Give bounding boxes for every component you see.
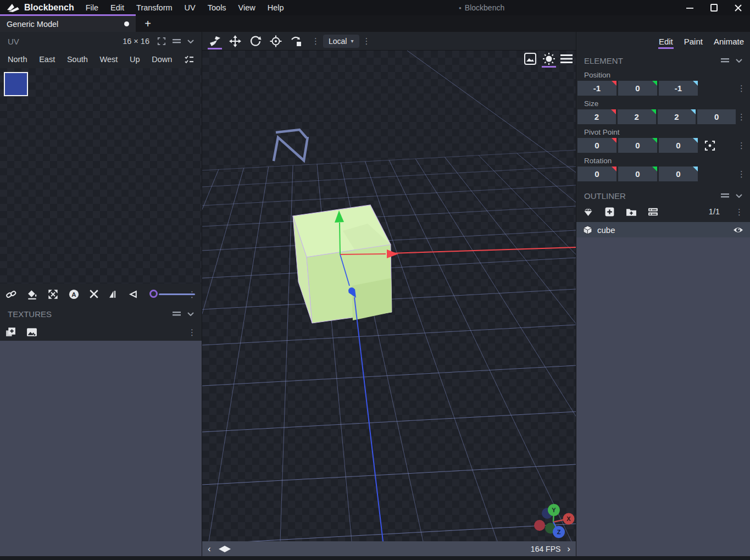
fullscreen-icon[interactable]	[157, 37, 166, 46]
size-y-field[interactable]: 2	[618, 109, 656, 124]
uv-checklist-icon[interactable]	[184, 55, 194, 64]
textures-toolbar-menu-icon[interactable]: ⋮	[188, 328, 196, 336]
position-z-field[interactable]: -1	[659, 81, 698, 96]
pivot-menu-icon[interactable]: ⋮	[737, 141, 750, 149]
panel-menu-icon[interactable]	[173, 38, 181, 44]
viewport-3d[interactable]: Y X Z	[202, 51, 576, 541]
menu-view[interactable]: View	[232, 0, 262, 15]
outliner-body[interactable]	[576, 237, 750, 556]
create-texture-icon[interactable]	[5, 326, 16, 337]
position-x-field[interactable]: -1	[577, 81, 616, 96]
orientation-gizmo[interactable]: Y X Z	[534, 504, 575, 538]
menu-uv[interactable]: UV	[179, 0, 202, 15]
collapse-panel-icon[interactable]	[736, 59, 742, 63]
panel-menu-icon[interactable]	[721, 58, 729, 63]
scene-canvas[interactable]: Y X Z	[202, 51, 576, 541]
import-texture-icon[interactable]	[26, 328, 37, 337]
collapse-panel-icon[interactable]	[187, 40, 194, 43]
viewport-status-bar: ‹ 164 FPS ›	[202, 541, 576, 556]
uv-editor-canvas[interactable]	[0, 68, 202, 284]
menu-tools[interactable]: Tools	[202, 0, 232, 15]
uv-face-east[interactable]: East	[39, 55, 55, 64]
add-cube-icon[interactable]	[604, 207, 615, 217]
outliner-menu-icon[interactable]: ⋮	[735, 208, 743, 216]
link-uv-icon[interactable]	[5, 289, 17, 300]
collapse-panel-icon[interactable]	[187, 312, 194, 316]
menu-transform[interactable]: Transform	[130, 0, 179, 15]
menu-edit[interactable]: Edit	[104, 0, 130, 15]
position-y-field[interactable]: 0	[618, 81, 657, 96]
rotation-menu-icon[interactable]: ⋮	[737, 170, 750, 178]
tab-paint[interactable]: Paint	[684, 34, 703, 49]
clear-uv-icon[interactable]	[89, 289, 99, 300]
uv-face-south[interactable]: South	[67, 55, 88, 64]
size-x-field[interactable]: 2	[577, 109, 616, 124]
toggle-gem-icon[interactable]	[583, 207, 593, 217]
slider-track[interactable]	[159, 293, 195, 295]
project-tab[interactable]: Generic Model	[0, 16, 136, 32]
outliner-node-cube[interactable]: cube	[576, 222, 750, 237]
select-pivot-icon[interactable]	[703, 138, 717, 153]
maximize-button[interactable]	[702, 0, 726, 15]
toggle-list-icon[interactable]	[648, 207, 658, 217]
node-name[interactable]: cube	[597, 225, 615, 235]
shading-sun-icon[interactable]	[542, 52, 556, 66]
inflate-field[interactable]: 0	[697, 109, 736, 124]
menu-bar: File Edit Transform UV Tools View Help	[80, 0, 290, 15]
size-menu-icon[interactable]: ⋮	[737, 113, 750, 121]
menu-help[interactable]: Help	[262, 0, 290, 15]
panel-menu-icon[interactable]	[721, 193, 729, 198]
selected-cube-mesh[interactable]	[293, 205, 392, 323]
rotation-y-field[interactable]: 0	[618, 167, 657, 181]
viewport-menu-icon[interactable]	[559, 52, 574, 66]
collapse-panel-icon[interactable]	[736, 194, 742, 198]
gizmo-x-arrow[interactable]	[387, 249, 398, 258]
uv-face-up[interactable]: Up	[130, 55, 140, 64]
paint-bucket-icon[interactable]	[26, 289, 38, 300]
tab-animate[interactable]: Animate	[713, 34, 745, 49]
view-mode-diamond-icon[interactable]	[219, 546, 231, 552]
move-tool-button[interactable]	[207, 33, 223, 49]
uv-face-mapping[interactable]	[4, 72, 28, 96]
uv-face-north[interactable]: North	[8, 55, 27, 64]
uv-resolution[interactable]: 16 × 16	[123, 37, 149, 46]
fps-counter: 164 FPS	[531, 545, 560, 553]
prev-view-icon[interactable]: ‹	[208, 544, 211, 553]
new-tab-button[interactable]: +	[140, 16, 155, 32]
menu-file[interactable]: File	[80, 0, 104, 15]
tab-edit[interactable]: Edit	[658, 34, 674, 49]
transform-space-dropdown[interactable]: Local ▾	[323, 35, 359, 48]
pivot-z-field[interactable]: 0	[659, 138, 698, 153]
panel-menu-icon[interactable]	[173, 311, 181, 317]
slider-knob[interactable]	[149, 290, 158, 298]
uv-opacity-slider[interactable]	[148, 289, 179, 300]
element-panel-header: ELEMENT	[576, 53, 750, 68]
pivot-y-field[interactable]: 0	[618, 138, 657, 153]
mirror-uv-icon[interactable]	[108, 289, 119, 300]
toolbar-menu-icon[interactable]: ⋮	[312, 37, 320, 45]
rotation-x-field[interactable]: 0	[577, 167, 616, 181]
auto-uv-icon[interactable]: A	[68, 289, 80, 300]
resize-tool-button[interactable]	[227, 33, 243, 49]
outliner-title: OUTLINER	[584, 191, 626, 201]
rotate-tool-button[interactable]	[247, 33, 264, 49]
uv-face-west[interactable]: West	[100, 55, 118, 64]
texture-list[interactable]	[0, 341, 202, 556]
expand-uv-icon[interactable]	[47, 289, 59, 300]
screenshot-icon[interactable]	[523, 52, 537, 66]
pivot-x-field[interactable]: 0	[577, 138, 616, 153]
position-menu-icon[interactable]: ⋮	[737, 84, 750, 92]
uv-face-down[interactable]: Down	[152, 55, 172, 64]
rotation-z-field[interactable]: 0	[659, 167, 698, 181]
close-button[interactable]	[726, 0, 750, 15]
axis-neg-x-ball[interactable]	[534, 520, 545, 531]
size-z-field[interactable]: 2	[658, 109, 696, 124]
visibility-eye-icon[interactable]	[733, 225, 743, 235]
pivot-tool-button[interactable]	[268, 33, 284, 49]
toolbar-menu-icon[interactable]: ⋮	[363, 37, 371, 45]
rotate-uv-icon[interactable]	[128, 289, 138, 300]
vertex-snap-tool-button[interactable]	[288, 33, 304, 49]
add-group-icon[interactable]	[626, 207, 637, 217]
minimize-button[interactable]	[677, 0, 702, 15]
next-view-icon[interactable]: ›	[567, 544, 570, 553]
